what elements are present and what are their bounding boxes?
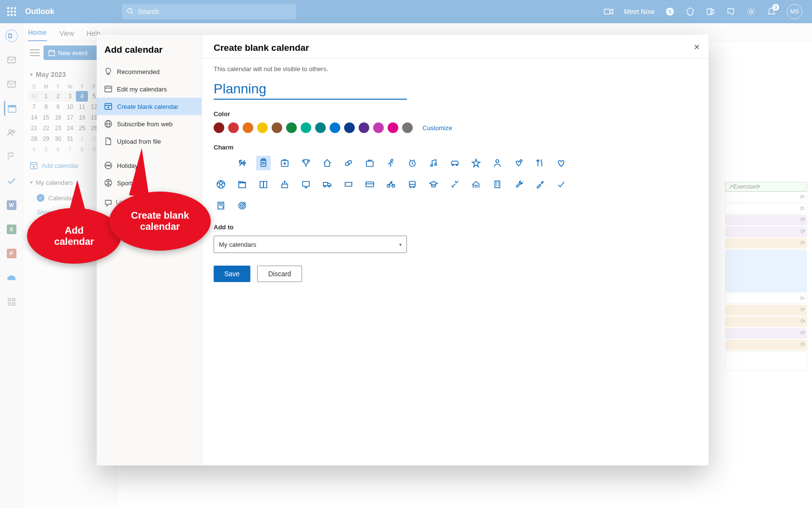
home-icon[interactable] (320, 156, 334, 170)
tools-icon[interactable] (448, 177, 462, 192)
mini-cal-day[interactable]: 3 (64, 91, 76, 102)
star-icon[interactable] (469, 156, 483, 170)
checkmark-icon[interactable] (554, 177, 568, 192)
mini-cal-day[interactable]: 21 (28, 123, 40, 134)
clapper-icon[interactable] (235, 177, 249, 192)
rail-word[interactable]: W (4, 197, 19, 213)
mini-cal-day[interactable]: 8 (40, 102, 52, 112)
note-icon[interactable] (214, 198, 228, 213)
truck-icon[interactable] (320, 177, 334, 192)
airplane-icon[interactable] (235, 156, 249, 170)
color-swatch[interactable] (330, 122, 340, 133)
music-icon[interactable] (426, 156, 441, 170)
teams-icon[interactable] (706, 7, 715, 16)
heart-icon[interactable] (554, 156, 568, 170)
mini-cal-day[interactable]: 1 (76, 134, 88, 144)
tab-view[interactable]: View (59, 30, 74, 41)
close-button[interactable]: ✕ (694, 43, 700, 52)
calendar-name-input[interactable] (214, 80, 407, 100)
notifications-button[interactable]: 3 (767, 7, 776, 16)
mini-cal-day[interactable]: 16 (52, 112, 64, 123)
trophy-icon[interactable] (299, 156, 313, 170)
color-swatch[interactable] (388, 122, 398, 133)
mini-cal-day[interactable]: 6 (52, 144, 64, 155)
mini-cal-day[interactable]: 24 (64, 123, 76, 134)
mini-cal-day[interactable]: 7 (64, 144, 76, 155)
graduation-icon[interactable] (426, 177, 441, 192)
rail-outlook-logo[interactable] (4, 28, 19, 44)
hamburger-button[interactable] (30, 49, 40, 56)
color-swatch[interactable] (301, 122, 311, 133)
mini-cal-day[interactable]: 30 (52, 134, 64, 144)
color-swatch[interactable] (344, 122, 355, 133)
mini-cal-day[interactable]: 4 (76, 91, 88, 102)
ticket-icon[interactable] (341, 177, 356, 192)
hearts-icon[interactable] (511, 156, 526, 170)
rail-onedrive[interactable] (4, 270, 19, 285)
mini-cal-day[interactable]: 23 (52, 123, 64, 134)
premium-icon[interactable] (685, 7, 695, 16)
rail-excel[interactable]: X (4, 222, 19, 237)
target-icon[interactable] (235, 198, 249, 213)
mini-cal-day[interactable]: 5 (40, 144, 52, 155)
mini-cal-day[interactable]: 14 (28, 112, 40, 123)
mini-cal-day[interactable]: 25 (76, 123, 88, 134)
firstaid-icon[interactable] (277, 156, 292, 170)
account-avatar[interactable]: MS (787, 4, 802, 19)
dlg-item-upload[interactable]: Upload from file (97, 133, 202, 150)
discard-button[interactable]: Discard (257, 266, 302, 282)
save-button[interactable]: Save (214, 266, 250, 282)
rail-people[interactable] (4, 125, 19, 140)
color-swatch[interactable] (286, 122, 297, 133)
event-exercise[interactable]: ↗ Exercise⟳ (725, 182, 807, 192)
addto-dropdown[interactable]: My calendars ▾ (214, 236, 407, 253)
meet-now-button[interactable]: Meet Now (624, 7, 654, 16)
tab-home[interactable]: Home (28, 29, 47, 41)
mini-cal-day[interactable]: 7 (28, 102, 40, 112)
color-swatch[interactable] (272, 122, 282, 133)
color-swatch[interactable] (228, 122, 239, 133)
wrench-icon[interactable] (511, 177, 526, 192)
settings-icon[interactable] (746, 7, 756, 16)
dlg-item-subscribe[interactable]: Subscribe from web (97, 115, 202, 133)
mini-cal-day[interactable]: 18 (76, 112, 88, 123)
restaurant-icon[interactable] (533, 156, 547, 170)
mini-cal-day[interactable]: 9 (52, 102, 64, 112)
mini-cal-day[interactable]: 1 (40, 91, 52, 102)
bicycle-icon[interactable] (384, 177, 398, 192)
video-icon[interactable] (604, 7, 613, 16)
bus-icon[interactable] (405, 177, 420, 192)
book-icon[interactable] (256, 177, 271, 192)
clock-icon[interactable] (405, 156, 420, 170)
mini-cal-day[interactable]: 31 (64, 134, 76, 144)
car-icon[interactable] (448, 156, 462, 170)
rail-files[interactable] (4, 149, 19, 164)
dlg-item-edit[interactable]: Edit my calendars (97, 80, 202, 98)
app-launcher-button[interactable] (0, 0, 23, 23)
rail-mail[interactable] (4, 52, 19, 68)
color-swatch[interactable] (214, 122, 224, 133)
mini-cal-day[interactable]: 10 (64, 102, 76, 112)
dlg-item-recommended[interactable]: Recommended (97, 63, 202, 80)
color-swatch[interactable] (243, 122, 253, 133)
monitor-icon[interactable] (299, 177, 313, 192)
charm-none[interactable] (214, 156, 228, 170)
rail-mail2[interactable] (4, 76, 19, 92)
mini-cal-day[interactable]: 17 (64, 112, 76, 123)
person-run-icon[interactable] (384, 156, 398, 170)
color-swatch[interactable] (402, 122, 413, 133)
rail-calendar[interactable] (4, 101, 19, 116)
search-input[interactable]: Search (122, 4, 296, 19)
mini-cal-day[interactable]: 4 (28, 144, 40, 155)
rail-todo[interactable] (4, 173, 19, 189)
cake-icon[interactable] (277, 177, 292, 192)
tips-icon[interactable] (726, 7, 736, 16)
mini-cal-day[interactable]: 22 (40, 123, 52, 134)
dlg-item-create-blank[interactable]: Create blank calendar (97, 98, 202, 115)
building-icon[interactable] (490, 177, 505, 192)
clipboard-icon[interactable] (256, 156, 271, 170)
user-icon[interactable] (490, 156, 505, 170)
creditcard-icon[interactable] (362, 177, 377, 192)
screwdriver-icon[interactable] (533, 177, 547, 192)
mini-cal-day[interactable]: 11 (76, 102, 88, 112)
